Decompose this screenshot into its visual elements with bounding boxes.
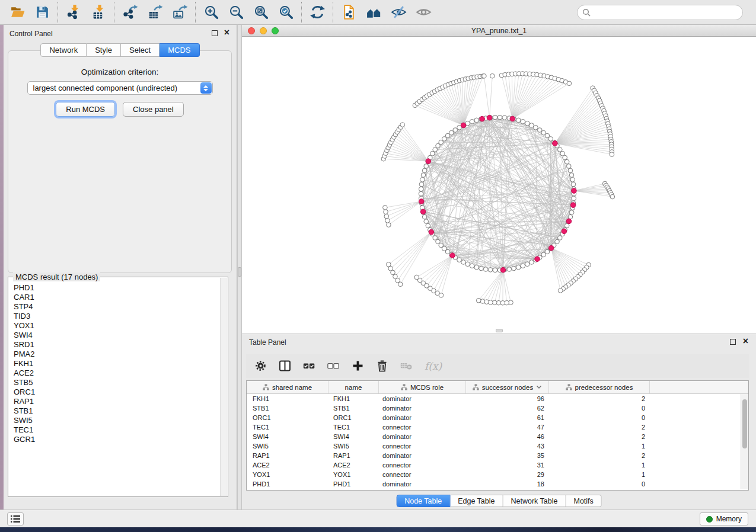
deselect-all-rows-button[interactable]: [327, 358, 340, 374]
column-header-MCDS-role[interactable]: MCDS role: [379, 381, 466, 393]
table-row[interactable]: ORC1ORC1dominator610: [247, 413, 748, 422]
panel-splitter[interactable]: [237, 25, 242, 509]
result-node[interactable]: YOX1: [9, 321, 219, 331]
table-scrollbar[interactable]: [741, 394, 748, 489]
result-node[interactable]: PMA2: [9, 350, 219, 359]
table-cell: 46: [466, 432, 549, 441]
clear-table-button[interactable]: [400, 358, 413, 374]
result-node[interactable]: STB5: [9, 378, 219, 387]
horizontal-splitter-grip[interactable]: [496, 329, 503, 332]
result-node[interactable]: FKH1: [9, 359, 219, 368]
result-node[interactable]: SRD1: [9, 340, 219, 350]
show-all-button[interactable]: [411, 2, 436, 23]
close-panel-icon[interactable]: ×: [224, 27, 229, 39]
result-node[interactable]: SWI4: [9, 331, 219, 340]
result-node[interactable]: STP4: [9, 302, 219, 312]
criterion-select[interactable]: largest connected component (undirected): [27, 81, 213, 95]
column-header-predecessor-nodes[interactable]: predecessor nodes: [549, 381, 650, 393]
column-label: MCDS role: [410, 384, 444, 391]
column-header-shared-name[interactable]: shared name: [247, 381, 328, 393]
result-scrollbar[interactable]: [220, 278, 227, 496]
search-input[interactable]: [594, 8, 742, 17]
result-node[interactable]: ORC1: [9, 387, 219, 397]
task-history-button[interactable]: [7, 512, 24, 525]
memory-button[interactable]: Memory: [700, 512, 748, 525]
table-row[interactable]: SWI5SWI5connector431: [247, 441, 748, 451]
import-network-button[interactable]: [61, 2, 86, 23]
table-row[interactable]: SWI4SWI4dominator462: [247, 432, 748, 441]
result-node[interactable]: CAR1: [9, 293, 219, 302]
table-tabs: Node TableEdge TableNetwork TableMotifs: [396, 495, 602, 507]
table-row[interactable]: TEC1TEC1connector472: [247, 422, 748, 432]
result-node[interactable]: STB1: [9, 406, 219, 416]
tab-motifs[interactable]: Motifs: [566, 495, 601, 507]
table-cell: STB1: [247, 403, 328, 413]
result-node[interactable]: RAP1: [9, 397, 219, 406]
houses-icon: [366, 4, 382, 20]
result-node[interactable]: TID3: [9, 312, 219, 321]
table-cell: SWI5: [328, 441, 379, 451]
tab-select[interactable]: Select: [121, 43, 160, 57]
table-cell: connector: [379, 460, 466, 470]
float-panel-icon[interactable]: [212, 30, 218, 36]
table-panel-title: Table Panel: [249, 338, 286, 347]
table-cell: 0: [549, 413, 650, 422]
column-header-successor-nodes[interactable]: successor nodes: [466, 381, 549, 393]
zoom-out-button[interactable]: [224, 2, 248, 23]
close-table-panel-icon[interactable]: ×: [743, 335, 748, 347]
table-row[interactable]: STB1STB1dominator620: [247, 403, 748, 413]
zoom-in-button[interactable]: [199, 2, 224, 23]
table-cell: YOX1: [328, 470, 379, 479]
zoom-selected-button[interactable]: [273, 2, 298, 23]
result-node[interactable]: PHD1: [9, 283, 219, 293]
refresh-layout-button[interactable]: [305, 2, 330, 23]
deselect-all-icon: [327, 360, 340, 372]
table-settings-button[interactable]: [254, 358, 267, 374]
table-row[interactable]: YOX1YOX1connector291: [247, 470, 748, 479]
save-session-button[interactable]: [30, 2, 55, 23]
tab-node-table[interactable]: Node Table: [396, 495, 450, 507]
network-canvas[interactable]: [242, 37, 756, 334]
open-file-button[interactable]: [5, 2, 30, 23]
result-node[interactable]: TEC1: [9, 425, 219, 435]
table-cell: SWI4: [247, 432, 328, 441]
table-row[interactable]: ACE2ACE2connector311: [247, 460, 748, 470]
export-image-button[interactable]: [167, 2, 192, 23]
table-row[interactable]: PHD1PHD1dominator180: [247, 479, 748, 489]
zoom-fit-button[interactable]: [248, 2, 273, 23]
tab-mcds[interactable]: MCDS: [160, 43, 199, 57]
table-cell: 35: [466, 451, 549, 460]
columns-icon: [279, 360, 291, 372]
tab-network-table[interactable]: Network Table: [503, 495, 566, 507]
result-node[interactable]: ACE2: [9, 368, 219, 378]
float-table-panel-icon[interactable]: [730, 339, 736, 345]
column-type-icon: [473, 384, 479, 390]
tab-style[interactable]: Style: [87, 43, 121, 57]
new-network-from-file-button[interactable]: [336, 2, 361, 23]
result-node[interactable]: GCR1: [9, 435, 219, 444]
export-network-button[interactable]: [117, 2, 142, 23]
first-neighbors-button[interactable]: [361, 2, 386, 23]
run-mcds-button[interactable]: Run MCDS: [56, 102, 115, 117]
splitter-grip[interactable]: [238, 267, 241, 277]
tab-network[interactable]: Network: [40, 43, 87, 57]
table-cell: TEC1: [247, 422, 328, 432]
function-builder-button[interactable]: f(x): [425, 358, 442, 374]
import-table-button[interactable]: [86, 2, 111, 23]
delete-column-button[interactable]: [376, 358, 388, 374]
main-toolbar: [0, 0, 756, 25]
hide-selected-button[interactable]: [386, 2, 411, 23]
close-panel-button[interactable]: Close panel: [123, 102, 184, 117]
zoom-out-icon: [228, 4, 244, 20]
scrollbar-thumb[interactable]: [742, 399, 747, 448]
table-row[interactable]: FKH1FKH1dominator962: [247, 394, 748, 403]
add-column-button[interactable]: [352, 358, 364, 374]
mcds-result-title: MCDS result (17 nodes): [13, 273, 100, 281]
select-all-rows-button[interactable]: [303, 358, 315, 374]
table-row[interactable]: RAP1RAP1dominator352: [247, 451, 748, 460]
show-columns-button[interactable]: [279, 358, 291, 374]
result-node[interactable]: SWI5: [9, 416, 219, 425]
export-table-button[interactable]: [142, 2, 167, 23]
tab-edge-table[interactable]: Edge Table: [450, 495, 503, 507]
column-header-name[interactable]: name: [328, 381, 379, 393]
